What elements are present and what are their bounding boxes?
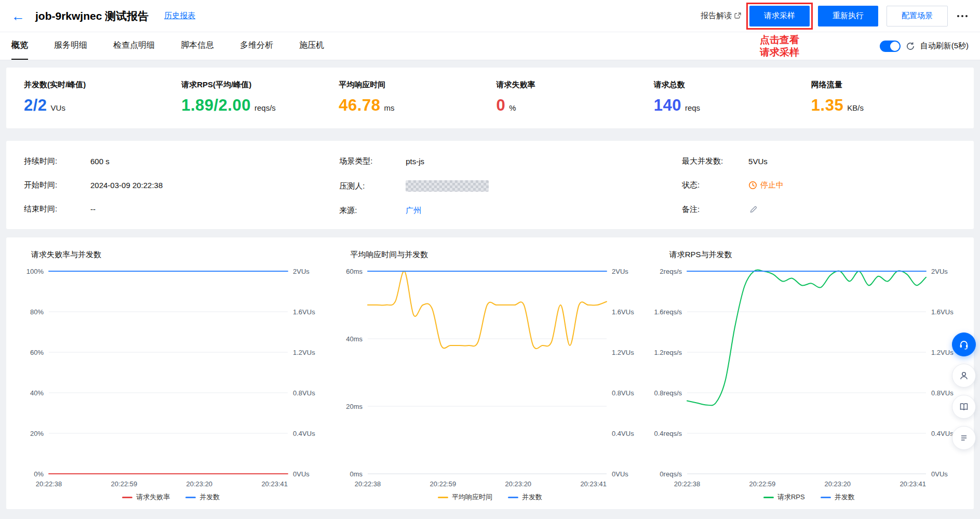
duration-value: 600 s — [90, 157, 110, 166]
metric-label: 请求失败率 — [496, 80, 654, 90]
svg-text:0ms: 0ms — [350, 470, 363, 478]
chart-svg: 0reqs/s0.4reqs/s0.8reqs/s1.2reqs/s1.6req… — [650, 265, 969, 491]
rerun-button[interactable]: 重新执行 — [818, 6, 878, 26]
start-time-value: 2024-03-09 20:22:38 — [90, 181, 163, 190]
chart-plot-area: 0ms20ms40ms60ms0VUs0.4VUs0.8VUs1.2VUs1.6… — [330, 265, 649, 491]
legend-item[interactable]: 并发数 — [508, 493, 542, 502]
info-column-1: 持续时间:600 s 开始时间:2024-03-09 20:22:38 结束时间… — [24, 156, 339, 216]
metric-value: 2/2 — [24, 96, 47, 115]
tab-multidim-analysis[interactable]: 多维分析 — [240, 32, 273, 60]
legend-item[interactable]: 请求RPS — [763, 493, 805, 502]
metric-label: 请求RPS(平均/峰值) — [181, 80, 339, 90]
legend-item[interactable]: 并发数 — [821, 493, 855, 502]
metric-avg-response-time: 平均响应时间 46.78ms — [339, 80, 496, 115]
job-info-panel: 持续时间:600 s 开始时间:2024-03-09 20:22:38 结束时间… — [6, 141, 974, 229]
svg-text:0.8VUs: 0.8VUs — [931, 389, 954, 397]
metric-unit: VUs — [51, 103, 65, 112]
edit-remark-button[interactable] — [748, 204, 759, 215]
svg-text:1.6reqs/s: 1.6reqs/s — [654, 308, 682, 316]
metric-value: 140 — [654, 96, 681, 115]
metric-label: 请求总数 — [654, 80, 811, 90]
svg-text:0VUs: 0VUs — [931, 470, 948, 478]
person-icon — [959, 370, 969, 381]
svg-text:80%: 80% — [30, 308, 44, 316]
info-column-2: 场景类型:pts-js 压测人: 来源:广州 — [339, 156, 682, 216]
configure-scene-button[interactable]: 配置场景 — [887, 6, 948, 26]
svg-text:2VUs: 2VUs — [293, 268, 310, 275]
tab-overview[interactable]: 概览 — [11, 32, 28, 60]
svg-text:2reqs/s: 2reqs/s — [660, 268, 682, 275]
svg-text:0VUs: 0VUs — [612, 470, 628, 478]
chart-title: 请求失败率与并发数 — [31, 250, 330, 260]
metric-value: 1.35 — [811, 96, 843, 115]
svg-text:0%: 0% — [34, 470, 44, 478]
svg-text:1.2VUs: 1.2VUs — [931, 349, 954, 356]
annotation-caption-line2: 请求采样 — [760, 46, 799, 59]
svg-text:20:22:59: 20:22:59 — [749, 480, 775, 488]
max-concurrency-value: 5VUs — [748, 157, 768, 166]
survey-button[interactable] — [952, 426, 976, 450]
scene-type-value: pts-js — [406, 157, 424, 166]
svg-text:20:23:41: 20:23:41 — [261, 480, 288, 488]
annotated-sample-button-wrapper: 请求采样 点击查看 请求采样 — [749, 6, 810, 26]
redacted-tester-value — [406, 180, 489, 192]
svg-text:0.4VUs: 0.4VUs — [612, 430, 634, 437]
metric-label: 网络流量 — [811, 80, 969, 90]
svg-text:20:22:38: 20:22:38 — [355, 480, 381, 488]
svg-text:0.4VUs: 0.4VUs — [931, 430, 954, 437]
svg-text:0.4reqs/s: 0.4reqs/s — [654, 430, 682, 437]
status-badge: 停止中 — [748, 180, 784, 190]
metric-label: 并发数(实时/峰值) — [24, 80, 181, 90]
auto-refresh-toggle[interactable] — [880, 41, 901, 52]
chart-avg-response-time: 平均响应时间与并发数 0ms20ms40ms60ms0VUs0.4VUs0.8V… — [330, 250, 649, 502]
main-content: 并发数(实时/峰值) 2/2VUs 请求RPS(平均/峰值) 1.89/2.00… — [0, 60, 980, 509]
request-sampling-button[interactable]: 请求采样 — [749, 6, 810, 26]
info-label: 压测人: — [339, 181, 406, 191]
tab-load-generator[interactable]: 施压机 — [299, 32, 324, 60]
external-link-icon — [734, 12, 741, 19]
metric-value: 0 — [496, 96, 506, 115]
end-time-value: -- — [90, 205, 96, 214]
metrics-panel: 并发数(实时/峰值) 2/2VUs 请求RPS(平均/峰值) 1.89/2.00… — [6, 68, 974, 128]
history-report-link[interactable]: 历史报表 — [164, 11, 195, 21]
svg-text:20:23:20: 20:23:20 — [824, 480, 851, 488]
chart-plot-area: 0%20%40%60%80%100%0VUs0.4VUs0.8VUs1.2VUs… — [11, 265, 330, 491]
tab-script-info[interactable]: 脚本信息 — [181, 32, 214, 60]
legend-label: 并发数 — [199, 493, 220, 502]
legend-item[interactable]: 并发数 — [185, 493, 220, 502]
svg-text:2VUs: 2VUs — [931, 268, 948, 275]
consult-button[interactable] — [952, 364, 976, 388]
legend-item[interactable]: 请求失败率 — [122, 493, 170, 502]
metric-value: 46.78 — [339, 96, 380, 115]
floating-action-stack — [952, 332, 976, 450]
auto-refresh-controls: 自动刷新(5秒) — [880, 41, 969, 52]
book-icon — [959, 402, 969, 412]
chart-title: 平均响应时间与并发数 — [350, 250, 649, 260]
report-guide-link[interactable]: 报告解读 — [701, 11, 741, 21]
report-guide-label: 报告解读 — [701, 11, 732, 21]
more-actions-icon[interactable] — [956, 12, 969, 20]
refresh-icon[interactable] — [906, 42, 915, 51]
back-arrow-icon[interactable]: ← — [11, 9, 25, 23]
info-label: 开始时间: — [24, 180, 90, 190]
legend-label: 请求RPS — [777, 493, 805, 502]
info-label: 备注: — [682, 205, 748, 215]
metric-unit: % — [509, 103, 516, 112]
docs-button[interactable] — [952, 395, 976, 419]
header-actions: 报告解读 请求采样 点击查看 请求采样 重新执行 配置场景 — [701, 6, 969, 26]
info-label: 来源: — [339, 206, 406, 216]
svg-text:0.8reqs/s: 0.8reqs/s — [654, 389, 682, 397]
chart-legend: 平均响应时间并发数 — [330, 493, 649, 502]
info-label: 场景类型: — [339, 156, 406, 166]
chart-svg: 0%20%40%60%80%100%0VUs0.4VUs0.8VUs1.2VUs… — [11, 265, 330, 491]
tab-checkpoint-detail[interactable]: 检查点明细 — [113, 32, 155, 60]
svg-text:20:22:59: 20:22:59 — [111, 480, 138, 488]
legend-item[interactable]: 平均响应时间 — [438, 493, 492, 502]
svg-text:60ms: 60ms — [346, 268, 363, 275]
customer-service-button[interactable] — [952, 332, 976, 356]
svg-text:60%: 60% — [30, 349, 44, 356]
svg-text:1.2reqs/s: 1.2reqs/s — [654, 349, 682, 356]
tab-service-detail[interactable]: 服务明细 — [54, 32, 87, 60]
svg-text:100%: 100% — [26, 268, 44, 275]
region-link[interactable]: 广州 — [406, 206, 421, 216]
